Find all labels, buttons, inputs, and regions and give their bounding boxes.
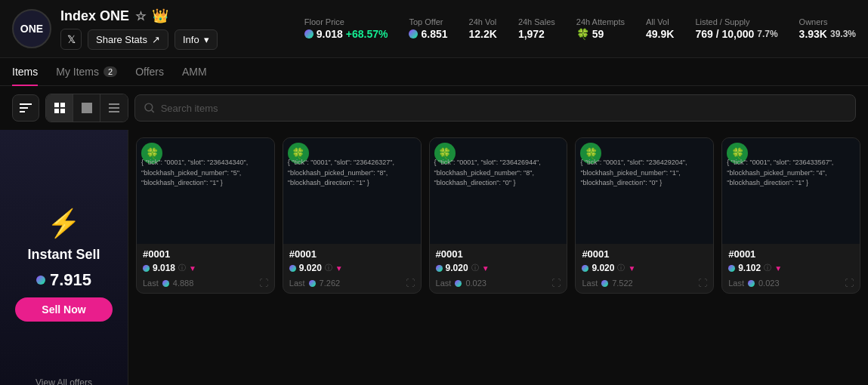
crown-icon: 👑 [152, 8, 168, 24]
stat-24h-attempts: 24h Attempts 🍀 59 [576, 17, 625, 40]
grid-view-button[interactable] [46, 94, 73, 122]
nft-info: #0001 9.020 ⓘ ▼ [283, 244, 421, 278]
expand-icon[interactable]: ⛶ [259, 278, 268, 288]
title-row: Index ONE ☆ 👑 [60, 8, 218, 24]
stat-listed-supply: Listed / Supply 769 / 10,000 7.7% [695, 17, 777, 40]
nft-image: 🍀 { "tick": "0001", "slot": "236433567",… [722, 138, 860, 244]
content-area: ⚡ Instant Sell 7.915 Sell Now View All o… [0, 130, 868, 385]
nft-image: 🍀 { "tick": "0001", "slot": "236434340",… [137, 138, 274, 244]
nft-number: #0001 [436, 248, 561, 260]
sol-icon [582, 265, 588, 272]
nft-number: #0001 [728, 248, 854, 260]
svg-rect-1 [20, 107, 28, 109]
large-grid-view-button[interactable] [73, 94, 100, 122]
nft-json: { "tick": "0001", "slot": "236433567", "… [727, 158, 855, 189]
list-view-button[interactable] [100, 94, 128, 122]
svg-rect-13 [82, 110, 85, 113]
view-all-offers-link[interactable]: View All offers [36, 377, 92, 385]
header-title-section: Index ONE ☆ 👑 𝕏 Share Stats ↗ Info ▾ [60, 8, 218, 50]
sell-now-button[interactable]: Sell Now [15, 297, 113, 322]
price-arrow-icon: ▼ [628, 264, 635, 273]
info-icon[interactable]: ⓘ [471, 263, 479, 273]
nft-info: #0001 9.020 ⓘ ▼ [576, 244, 713, 278]
svg-rect-11 [85, 106, 89, 110]
sol-icon [309, 280, 316, 287]
svg-rect-9 [89, 103, 92, 106]
nft-card[interactable]: 🍀 { "tick": "0001", "slot": "236429204",… [575, 137, 714, 294]
nft-price-row: 9.020 ⓘ ▼ [582, 263, 707, 273]
nft-image: 🍀 { "tick": "0001", "slot": "236426327",… [283, 138, 421, 244]
nft-grid: 🍀 { "tick": "0001", "slot": "236434340",… [128, 130, 868, 385]
nft-price: 9.102 [738, 263, 761, 273]
nft-json: { "tick": "0001", "slot": "236434340", "… [141, 158, 270, 189]
expand-icon[interactable]: ⛶ [551, 278, 561, 288]
nft-json: { "tick": "0001", "slot": "236426327", "… [288, 158, 416, 189]
stats-row: Floor Price 9.018 +68.57% Top Offer 6.85… [304, 17, 856, 40]
info-icon[interactable]: ⓘ [178, 263, 186, 273]
search-bar[interactable] [134, 94, 856, 122]
nft-card[interactable]: 🍀 { "tick": "0001", "slot": "236426327",… [283, 137, 422, 294]
svg-line-20 [152, 110, 154, 112]
share-stats-button[interactable]: Share Stats ↗ [88, 29, 168, 50]
price-arrow-icon: ▼ [774, 264, 782, 273]
header: ONE Index ONE ☆ 👑 𝕏 Share Stats ↗ Info ▾… [0, 0, 868, 58]
list-icon [109, 103, 119, 113]
expand-icon[interactable]: ⛶ [698, 278, 707, 288]
view-toggle [45, 94, 128, 122]
nft-last-price: Last 4.888 [143, 279, 193, 288]
large-grid-icon [82, 103, 92, 113]
expand-icon[interactable]: ⛶ [845, 278, 854, 288]
svg-point-19 [145, 103, 153, 111]
tab-amm[interactable]: AMM [182, 58, 207, 85]
nft-card[interactable]: 🍀 { "tick": "0001", "slot": "236434340",… [136, 137, 275, 294]
nft-last-price: Last 7.522 [582, 279, 632, 288]
chevron-down-icon: ▾ [204, 34, 209, 45]
stat-floor-price: Floor Price 9.018 +68.57% [304, 17, 388, 40]
lightning-icon: ⚡ [47, 208, 81, 239]
sol-icon [748, 280, 755, 287]
collection-title: Index ONE [60, 8, 129, 24]
avatar: ONE [12, 9, 51, 48]
svg-rect-16 [109, 103, 119, 105]
sol-icon [36, 276, 45, 285]
svg-rect-8 [85, 103, 89, 106]
nft-info: #0001 9.102 ⓘ ▼ [722, 244, 860, 278]
svg-rect-7 [82, 103, 85, 106]
sol-icon [455, 280, 462, 287]
nft-price: 9.018 [153, 263, 175, 273]
svg-rect-12 [89, 106, 92, 110]
nft-price: 9.020 [299, 263, 322, 273]
nft-card[interactable]: 🍀 { "tick": "0001", "slot": "236433567",… [721, 137, 860, 294]
svg-rect-2 [20, 111, 25, 112]
nft-json: { "tick": "0001", "slot": "236429204", "… [580, 158, 709, 189]
price-arrow-icon: ▼ [482, 264, 490, 273]
nft-last-price: Last 0.023 [436, 279, 487, 288]
filter-button[interactable] [12, 94, 39, 122]
sol-icon [304, 29, 314, 38]
header-actions: 𝕏 Share Stats ↗ Info ▾ [60, 29, 218, 50]
clover-icon: 🍀 [576, 28, 589, 40]
tab-offers[interactable]: Offers [135, 58, 164, 85]
svg-rect-15 [89, 110, 92, 113]
nft-image: 🍀 { "tick": "0001", "slot": "236426944",… [430, 138, 567, 244]
search-icon [144, 103, 155, 113]
info-icon[interactable]: ⓘ [617, 263, 625, 273]
expand-icon[interactable]: ⛶ [406, 278, 415, 288]
tab-items[interactable]: Items [12, 58, 38, 85]
sol-icon [409, 29, 418, 38]
nft-last-price: Last 7.262 [289, 279, 340, 288]
info-icon[interactable]: ⓘ [325, 263, 332, 273]
info-icon[interactable]: ⓘ [764, 263, 771, 273]
info-dropdown-button[interactable]: Info ▾ [175, 29, 218, 50]
price-arrow-icon: ▼ [189, 264, 196, 273]
nft-bottom-row: Last 7.522 ⛶ [576, 278, 713, 293]
tab-my-items[interactable]: My Items 2 [56, 58, 117, 85]
search-input[interactable] [161, 103, 846, 114]
star-icon[interactable]: ☆ [135, 9, 146, 23]
svg-rect-10 [82, 106, 85, 110]
x-social-button[interactable]: 𝕏 [60, 29, 82, 50]
nft-bottom-row: Last 0.023 ⛶ [430, 278, 567, 293]
nft-card[interactable]: 🍀 { "tick": "0001", "slot": "236426944",… [429, 137, 568, 294]
svg-rect-17 [109, 107, 119, 109]
nft-image: 🍀 { "tick": "0001", "slot": "236429204",… [576, 138, 713, 244]
